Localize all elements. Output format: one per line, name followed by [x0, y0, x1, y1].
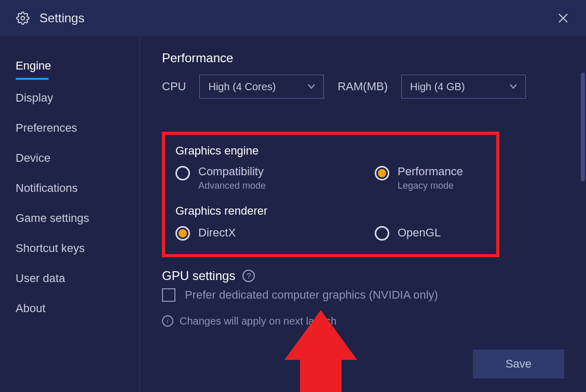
scrollbar-track	[580, 73, 585, 392]
radio-performance[interactable]: Performance Legacy mode	[375, 165, 463, 192]
settings-window: Settings Engine Display Preferences Devi…	[0, 0, 586, 392]
radio-compatibility[interactable]: Compatibility Advanced mode	[175, 165, 375, 192]
gear-icon	[16, 11, 30, 25]
radio-label: DirectX	[198, 226, 236, 240]
close-icon	[558, 13, 568, 23]
cpu-select-value: High (4 Cores)	[208, 81, 276, 93]
gpu-dedicated-checkbox[interactable]	[162, 288, 175, 302]
ram-select[interactable]: High (4 GB)	[401, 75, 526, 99]
ram-select-value: High (4 GB)	[410, 81, 465, 93]
chevron-down-icon	[510, 84, 517, 89]
cpu-label: CPU	[162, 80, 186, 93]
radio-opengl[interactable]: OpenGL	[375, 225, 441, 241]
svg-point-0	[21, 17, 25, 20]
radio-icon	[175, 166, 190, 180]
performance-row: CPU High (4 Cores) RAM(MB) High (4 GB)	[162, 75, 565, 99]
window-title: Settings	[39, 11, 85, 25]
radio-icon	[375, 226, 389, 241]
sidebar-item-display[interactable]: Display	[0, 83, 139, 113]
body: Engine Display Preferences Device Notifi…	[0, 36, 586, 392]
scrollbar-thumb[interactable]	[581, 73, 585, 181]
highlighted-graphics-panel: Graphics engine Compatibility Advanced m…	[162, 132, 499, 257]
sidebar-item-about[interactable]: About	[0, 293, 139, 324]
sidebar: Engine Display Preferences Device Notifi…	[0, 36, 140, 392]
titlebar: Settings	[0, 0, 586, 36]
graphics-engine-heading: Graphics engine	[175, 144, 486, 158]
radio-sublabel: Advanced mode	[198, 180, 266, 192]
sidebar-item-game-settings[interactable]: Game settings	[0, 203, 139, 233]
gpu-checkbox-label: Prefer dedicated computer graphics (NVID…	[185, 288, 438, 302]
radio-icon	[375, 166, 389, 180]
radio-label: Performance	[398, 165, 463, 178]
radio-label: Compatibility	[198, 165, 266, 178]
sidebar-item-user-data[interactable]: User data	[0, 263, 139, 293]
close-button[interactable]	[553, 8, 574, 29]
radio-directx[interactable]: DirectX	[175, 225, 375, 241]
chevron-down-icon	[308, 84, 315, 89]
info-row: i Changes will apply on next launch	[162, 315, 565, 327]
sidebar-item-notifications[interactable]: Notifications	[0, 173, 139, 203]
graphics-renderer-heading: Graphics renderer	[175, 204, 486, 218]
info-text: Changes will apply on next launch	[180, 315, 336, 327]
gpu-checkbox-row: Prefer dedicated computer graphics (NVID…	[162, 288, 565, 302]
main-panel: Performance CPU High (4 Cores) RAM(MB) H…	[140, 36, 586, 392]
gpu-heading-row: GPU settings ?	[162, 269, 565, 283]
sidebar-active-underline	[16, 78, 49, 80]
radio-icon	[175, 226, 190, 241]
performance-heading: Performance	[162, 51, 565, 65]
ram-label: RAM(MB)	[337, 80, 388, 93]
sidebar-item-shortcut-keys[interactable]: Shortcut keys	[0, 233, 139, 263]
sidebar-item-engine[interactable]: Engine	[0, 51, 139, 81]
radio-sublabel: Legacy mode	[398, 180, 463, 192]
help-icon[interactable]: ?	[242, 270, 255, 282]
radio-label: OpenGL	[398, 226, 441, 240]
graphics-renderer-options: DirectX OpenGL	[175, 225, 486, 241]
gpu-heading: GPU settings	[162, 269, 235, 283]
sidebar-item-device[interactable]: Device	[0, 143, 139, 173]
graphics-engine-options: Compatibility Advanced mode Performance …	[175, 165, 486, 192]
save-button[interactable]: Save	[473, 349, 564, 379]
cpu-select[interactable]: High (4 Cores)	[199, 75, 324, 99]
sidebar-item-preferences[interactable]: Preferences	[0, 113, 139, 143]
info-icon: i	[162, 315, 173, 327]
